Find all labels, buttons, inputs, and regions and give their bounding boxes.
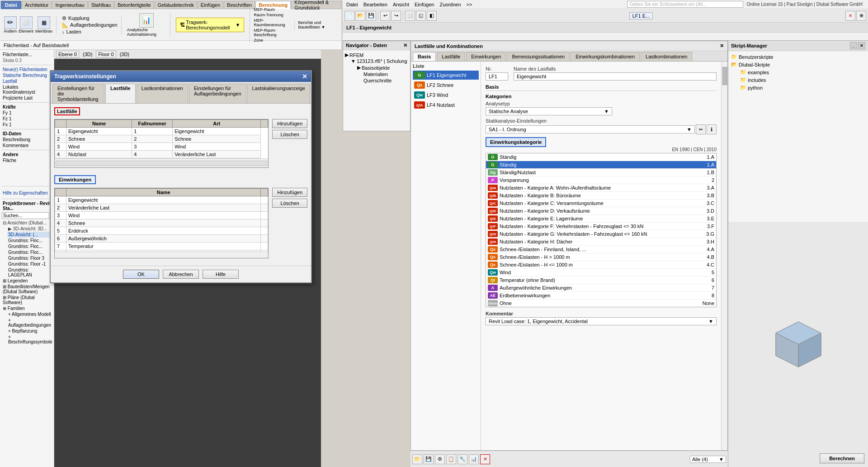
panel-tab-lastfälle[interactable]: Lastfälle	[437, 52, 465, 61]
dropdown-item-5[interactable]: Qw Wind 5	[486, 269, 716, 276]
dialog-close-btn[interactable]: ✕	[302, 73, 307, 80]
dropdown-item-3b[interactable]: QtB Nutzlasten - Kategorie B: Büroräume …	[486, 192, 716, 200]
tragwerk-btn[interactable]: 🏗 Tragwerk-Berechnungsmodell ▼	[176, 18, 244, 32]
tab-einfügen[interactable]: Einfügen	[198, 1, 223, 9]
nav-basisobjekte[interactable]: ▶Basisobjekte	[357, 64, 408, 71]
panel-tab-basis[interactable]: Basis	[413, 52, 436, 61]
legenden-item[interactable]: ⊞ Legenden	[2, 278, 52, 284]
sm-min-btn[interactable]: _	[850, 42, 857, 49]
sm-close-btn[interactable]: ✕	[858, 42, 865, 49]
sm-dlubal-skripte[interactable]: 📂 Dlubal-Skripte	[730, 61, 866, 68]
bepflanzung[interactable]: + Bepflanzung	[7, 328, 52, 334]
berechnen-button[interactable]: Berechnen	[820, 453, 864, 463]
grundriss-floor-1[interactable]: Grundriss: Floor -1	[7, 261, 52, 267]
element-btn[interactable]: ⬜ Element	[19, 16, 33, 33]
3d-ansicht-item[interactable]: ▶ 3D-Ansicht: 3D...	[7, 226, 52, 232]
tab-datei[interactable]: Datei	[1, 1, 21, 9]
dropdown-item-4b[interactable]: Qs Schnee-/Eislasten - H > 1000 m 4.B	[486, 253, 716, 261]
table-row[interactable]: 3 Wind 3 Wind	[55, 143, 268, 151]
menu-more[interactable]: >>	[465, 2, 474, 7]
sm-examples[interactable]: 📁 examples	[739, 68, 866, 76]
dropdown-item-4a[interactable]: Qs Schnee-/Eislasten - Finnland, Island,…	[486, 246, 716, 253]
lf-item-4[interactable]: QtA LF4 Nutzlast	[413, 100, 479, 110]
panel-tab-lastkombinationen[interactable]: Lastkombinationen	[641, 52, 692, 61]
tab-stahlbau[interactable]: Stahlbau	[88, 1, 114, 9]
statik-combo[interactable]: SA1 - I. Ordnung ▼	[486, 125, 695, 133]
sm-includes[interactable]: 📁 includes	[739, 76, 866, 84]
row-name[interactable]: Nutzlast	[66, 151, 132, 158]
lastfall-item[interactable]: Lastfall	[2, 78, 52, 84]
grundriss-floor-3[interactable]: Grundriss: Floor 3	[7, 255, 52, 261]
allg-modell[interactable]: + Allgemeines Modell	[7, 311, 52, 317]
hilfe-link[interactable]: Hilfe zu Eigenschaften	[2, 190, 52, 196]
toolbar-btn-view1[interactable]: ⬜	[405, 11, 415, 21]
toolbar-btn-save[interactable]: 💾	[366, 11, 376, 21]
name-value[interactable]: Eigengewicht	[514, 72, 717, 81]
menu-einfügen[interactable]: Einfügen	[413, 2, 436, 7]
sm-python[interactable]: 📁 python	[739, 84, 866, 91]
table-row[interactable]: 5Erddruck	[55, 227, 268, 235]
row-art[interactable]: Veränderliche Last	[173, 151, 261, 158]
row-art[interactable]: Eigengewicht	[173, 128, 261, 135]
dropdown-item-8[interactable]: AE Erdbebeneinwirkungen 8	[486, 292, 716, 300]
level-ebene0[interactable]: Ebene 0	[56, 51, 79, 58]
membran-btn[interactable]: ▦ Membran	[35, 16, 52, 33]
toolbar-btn-1[interactable]: 📁	[412, 454, 422, 464]
grundriss-floor1[interactable]: Grundriss: Floc...	[7, 238, 52, 243]
statik-edit-btn[interactable]: ✏	[696, 124, 706, 134]
dropdown-item-3h[interactable]: QtH Nutzlasten - Kategorie H: Dächer 3.H	[486, 238, 716, 246]
toolbar-btn-2[interactable]: 💾	[424, 454, 434, 464]
hilfe-btn[interactable]: Hilfe	[203, 270, 239, 279]
delete-btn[interactable]: ✕	[480, 454, 490, 464]
panel-tab-bemessungssituationen[interactable]: Bemessungssituationen	[507, 52, 570, 61]
einwirkungen-hinzufügen-btn[interactable]: Hinzufügen	[272, 188, 307, 197]
tab-betonfertigteile[interactable]: Betonfertigteile	[114, 1, 154, 9]
analytische-btn[interactable]: 📊 Analytische Automatisierung	[127, 13, 167, 37]
pläne-item[interactable]: ⊞ Pläne (Dlubal Software)	[2, 295, 52, 305]
table-row[interactable]: 2Veränderliche Last	[55, 204, 268, 212]
dropdown-item-1b[interactable]: Gg Ständig/Nutzlast 1.B	[486, 169, 716, 176]
toolbar-btn-view2[interactable]: ◱	[416, 11, 426, 21]
dropdown-item-6[interactable]: Qt Temperatur (ohne Brand) 6	[486, 276, 716, 284]
lf-item-1[interactable]: G LF1 Eigengewicht	[413, 71, 479, 80]
row-fallnummer[interactable]: 2	[132, 135, 173, 143]
navigator-close[interactable]: ✕	[403, 43, 407, 48]
tab-lastskaliierung[interactable]: Lastskaliierungsanzeige	[247, 84, 310, 103]
toolbar-btn-3[interactable]: ⚙	[435, 454, 445, 464]
dropdown-item-4c[interactable]: Qs Schnee-/Eislasten - H <= 1000 m 4.C	[486, 261, 716, 269]
toolbar-btn-undo[interactable]: ↩	[380, 11, 390, 21]
table-row[interactable]: 6Außergewöhnlich	[55, 235, 268, 243]
einwirkungen-löschen-btn[interactable]: Löschen	[272, 199, 307, 208]
toolbar-btn-x1[interactable]: ✕	[845, 11, 855, 21]
tab-lastkombinationen[interactable]: Lastkombinationen	[137, 84, 188, 103]
menu-ansicht[interactable]: Ansicht	[391, 2, 411, 7]
lastfälle-hinzufügen-btn[interactable]: Hinzufügen	[272, 119, 307, 128]
ok-btn[interactable]: OK	[123, 270, 159, 279]
row-name[interactable]: Eigengewicht	[66, 128, 132, 135]
dropdown-item-none[interactable]: Ohne Ohne None	[486, 300, 716, 307]
dropdown-item-1a[interactable]: G Ständig 1.A	[486, 153, 716, 161]
table-row[interactable]: 4Schnee	[55, 219, 268, 227]
nav-project[interactable]: ▼123123.rf6* | Schulung	[350, 58, 408, 64]
filter-combo[interactable]: Alle (4) ▼	[690, 456, 726, 463]
table-row[interactable]: 1Eigengewicht	[55, 196, 268, 204]
table-row[interactable]: 1 Eigengewicht 1 Eigengewicht	[55, 128, 268, 135]
statische-berechnung[interactable]: Statische Berechnung	[2, 72, 52, 78]
nav-querschnitte[interactable]: Querschnitte	[363, 77, 408, 84]
neue-flächenlasten[interactable]: Neue(r) Flächenlasten	[2, 67, 52, 72]
toolbar-btn-view3[interactable]: ◧	[427, 11, 437, 21]
dropdown-item-p[interactable]: P Vorspannung 2	[486, 176, 716, 184]
lf-item-3[interactable]: Qw LF3 Wind	[413, 91, 479, 100]
familien-item[interactable]: ⊕ Familien	[2, 305, 52, 311]
toolbar-btn-new[interactable]: 📄	[344, 11, 354, 21]
bauteillisten-item[interactable]: ⊞ Bauteillisten/Mengen (Dlubal Software)	[2, 284, 52, 295]
row-art[interactable]: Wind	[173, 143, 261, 151]
toolbar-btn-4[interactable]: 📋	[446, 454, 456, 464]
toolbar-btn-x2[interactable]: ⊕	[856, 11, 866, 21]
row-fallnummer[interactable]: 4	[132, 151, 173, 158]
dropdown-item-1a-sel[interactable]: G Ständig 1.A	[486, 161, 716, 169]
toolbar-btn-6[interactable]: 📊	[469, 454, 479, 464]
search-field[interactable]: Suchen...	[2, 212, 49, 219]
row-fallnummer[interactable]: 1	[132, 128, 173, 135]
toolbar-btn-5[interactable]: 🔧	[458, 454, 467, 464]
